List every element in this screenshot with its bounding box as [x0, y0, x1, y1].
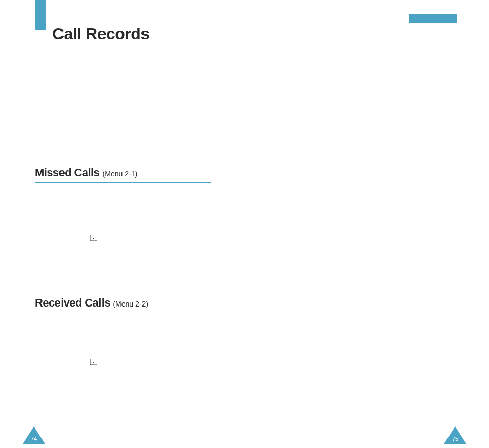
- page-left: Call Records Missed Calls (Menu 2-1) Rec…: [0, 0, 244, 448]
- header-bar-icon: [409, 14, 457, 23]
- heading-received-menu: (Menu 2-2): [113, 300, 148, 308]
- phone-edit-icon: [90, 359, 97, 366]
- page-number-left: 74: [23, 436, 45, 442]
- section-received-calls: Received Calls (Menu 2-2): [35, 296, 211, 313]
- phone-edit-icon: [90, 235, 97, 242]
- heading-missed-label: Missed Calls: [35, 166, 99, 179]
- heading-received-label: Received Calls: [35, 296, 110, 309]
- header-tab-icon: [35, 0, 46, 30]
- heading-received-calls: Received Calls (Menu 2-2): [35, 296, 211, 313]
- heading-missed-calls: Missed Calls (Menu 2-1): [35, 166, 211, 183]
- page-right: Dialled Calls (Menu 2-3) Call Times (Men…: [244, 0, 489, 448]
- page-title: Call Records: [52, 25, 150, 44]
- page-number-right: 75: [444, 436, 466, 442]
- heading-missed-menu: (Menu 2-1): [103, 170, 137, 178]
- section-missed-calls: Missed Calls (Menu 2-1): [35, 166, 211, 183]
